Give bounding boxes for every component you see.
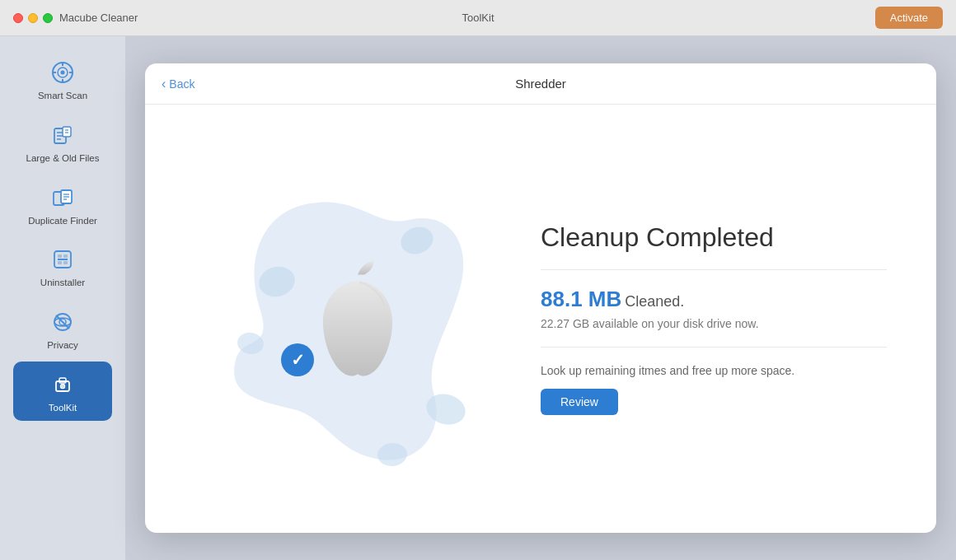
titlebar-left: Macube Cleaner [13,12,138,24]
modal-title: Shredder [515,77,566,91]
activate-button[interactable]: Activate [875,7,943,29]
right-content: Cleanup Completed 88.1 MBCleaned. 22.27 … [541,222,887,415]
look-up-text: Look up remaining itmes and free up more… [541,364,887,377]
back-chevron-icon: ‹ [162,77,166,91]
sidebar-item-privacy[interactable]: Privacy [13,299,112,358]
app-name: Macube Cleaner [59,12,138,24]
sidebar-item-toolkit[interactable]: ToolKit [13,362,112,421]
sidebar: Smart Scan Large & Old Files [0,36,125,560]
svg-rect-30 [59,378,66,383]
svg-rect-22 [63,254,68,258]
duplicate-finder-icon [48,183,77,212]
sidebar-item-label-duplicate-finder: Duplicate Finder [28,216,97,227]
large-old-files-icon [48,120,77,150]
modal-header: ‹ Back Shredder [145,63,936,105]
svg-rect-24 [63,261,68,264]
close-button[interactable] [13,13,23,23]
sidebar-item-label-privacy: Privacy [47,340,78,352]
sidebar-item-uninstaller[interactable]: Uninstaller [13,236,112,296]
modal-body: ✓ Cleanup Completed 88.1 MBCleaned. 22.2… [145,105,936,533]
back-button[interactable]: ‹ Back [162,77,194,91]
sidebar-item-label-smart-scan: Smart Scan [38,91,87,102]
traffic-lights [13,13,53,23]
maximize-button[interactable] [43,13,53,23]
svg-rect-11 [63,127,71,137]
check-badge: ✓ [281,343,314,376]
uninstaller-icon [48,245,77,274]
sidebar-item-label-large-old-files: Large & Old Files [26,153,100,165]
svg-point-6 [61,71,65,75]
privacy-icon [48,307,77,337]
titlebar-center-title: ToolKit [462,12,494,24]
minimize-button[interactable] [28,13,38,23]
modal-card: ‹ Back Shredder [145,63,936,533]
review-button[interactable]: Review [541,389,618,415]
content-area: ‹ Back Shredder [125,36,956,560]
illustration: ✓ [194,162,491,475]
svg-rect-21 [58,254,62,258]
back-label: Back [169,77,194,91]
cleaned-amount: 88.1 MB [541,287,621,311]
titlebar: Macube Cleaner ToolKit Activate [0,0,956,36]
divider-2 [541,347,887,348]
sidebar-item-smart-scan[interactable]: Smart Scan [13,49,112,109]
cleaned-amount-row: 88.1 MBCleaned. [541,287,887,312]
cleaned-label: Cleaned. [625,293,684,310]
sidebar-item-label-toolkit: ToolKit [49,403,77,414]
disk-info: 22.27 GB available on your disk drive no… [541,317,887,330]
main-layout: Smart Scan Large & Old Files [0,36,956,560]
svg-rect-23 [58,261,62,264]
smart-scan-icon [48,58,77,87]
sidebar-item-duplicate-finder[interactable]: Duplicate Finder [13,175,112,234]
toolkit-icon [48,370,77,399]
cleanup-title: Cleanup Completed [541,222,887,253]
sidebar-item-large-old-files[interactable]: Large & Old Files [13,112,112,171]
sidebar-item-label-uninstaller: Uninstaller [40,278,85,289]
apple-logo [304,255,411,383]
divider-1 [541,269,887,270]
